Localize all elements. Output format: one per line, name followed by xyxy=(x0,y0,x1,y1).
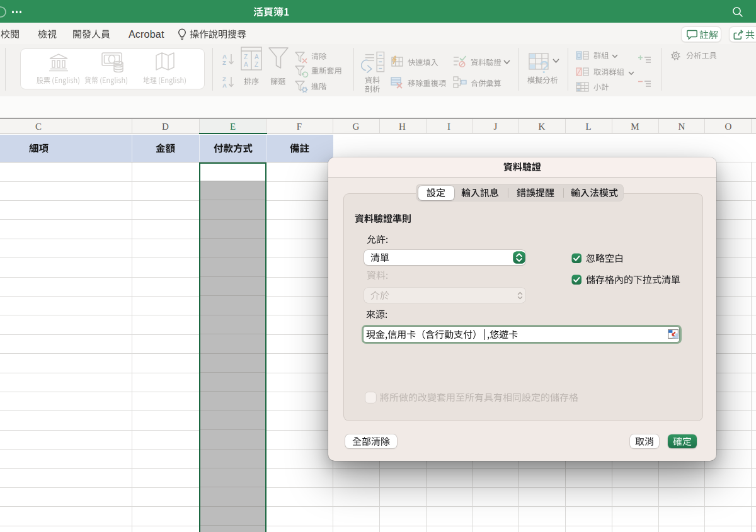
svg-text:A: A xyxy=(244,61,248,68)
svg-text:?: ? xyxy=(539,58,549,77)
svg-text:A: A xyxy=(222,82,227,89)
svg-text:Z: Z xyxy=(244,54,248,60)
svg-text:Z: Z xyxy=(255,61,258,68)
svg-text:A: A xyxy=(255,54,259,60)
svg-text:Z: Z xyxy=(222,59,226,66)
